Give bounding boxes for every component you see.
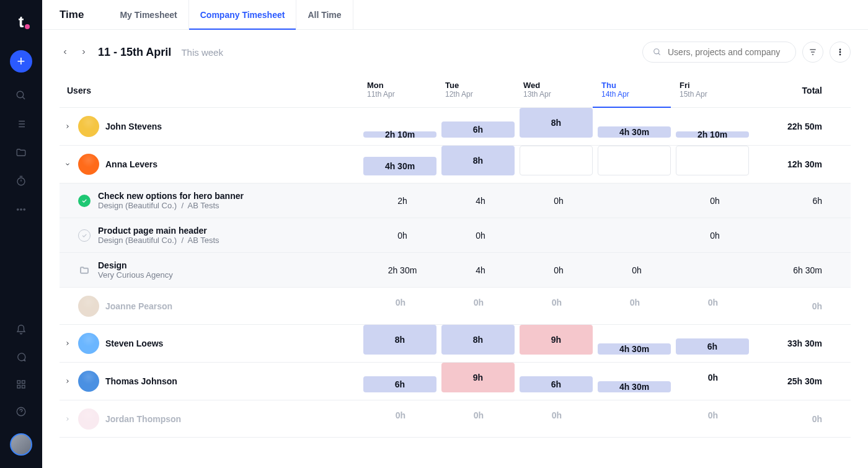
day-header-fri: Fri15th Apr [676, 81, 754, 99]
user-avatar [78, 116, 99, 137]
expand-chevron[interactable] [63, 122, 72, 131]
user-row: Steven Loews8h8h9h4h 30m6h33h 30m [60, 325, 851, 363]
row-total: 12h 30m [754, 146, 828, 183]
time-cell[interactable]: 6h [520, 363, 598, 400]
expand-chevron[interactable] [63, 160, 72, 169]
time-cell: 0h [598, 288, 676, 324]
done-icon[interactable] [78, 195, 91, 207]
time-cell[interactable]: 4h 30m [598, 325, 676, 362]
time-value-cell: 0h [363, 218, 441, 252]
time-cell[interactable]: 0h [676, 363, 754, 400]
time-cell[interactable]: 6h [441, 108, 520, 145]
time-value-cell [676, 253, 754, 287]
user-row: Anna Levers4h 30m8h12h 30m [60, 146, 851, 183]
menu-button[interactable] [830, 42, 851, 63]
time-value-cell: 0h [676, 218, 754, 252]
search-input-container[interactable] [642, 42, 796, 63]
more-icon[interactable] [16, 204, 27, 215]
chat-icon[interactable] [16, 351, 27, 363]
user-name: Steven Loews [105, 338, 163, 348]
time-cell[interactable]: 9h [441, 363, 520, 400]
my-avatar[interactable] [10, 433, 32, 456]
time-cell[interactable]: 4h 30m [598, 108, 676, 145]
bell-icon[interactable] [16, 324, 27, 335]
row-total: 0h [754, 400, 828, 437]
time-cell[interactable]: 6h [676, 325, 754, 362]
day-header-wed: Wed13th Apr [520, 81, 598, 99]
time-cell[interactable]: 6h [363, 363, 441, 400]
filter-button[interactable] [802, 42, 823, 63]
pending-icon[interactable] [78, 229, 91, 242]
tabs: My TimesheetCompany TimesheetAll Time [108, 0, 353, 29]
folder-icon[interactable] [78, 264, 91, 276]
user-name: Anna Levers [105, 159, 157, 169]
timer-icon[interactable] [16, 175, 27, 187]
tab-my-timesheet[interactable]: My Timesheet [108, 0, 188, 29]
svg-point-13 [839, 54, 841, 55]
time-cell: 0h [441, 288, 520, 324]
user-avatar [78, 296, 99, 317]
user-row: Jordan Thompson0h0h0h0h0h [60, 400, 851, 438]
task-total: 6h 30m [754, 253, 828, 287]
topbar: Time My TimesheetCompany TimesheetAll Ti… [42, 0, 868, 30]
user-row: Thomas Johnson6h9h6h4h 30m0h25h 30m [60, 363, 851, 400]
tab-company-timesheet[interactable]: Company Timesheet [189, 0, 297, 29]
day-header-tue: Tue12th Apr [441, 81, 520, 99]
help-icon[interactable] [16, 406, 27, 417]
time-cell[interactable]: 8h [363, 325, 441, 362]
user-avatar [78, 408, 99, 430]
user-name: Thomas Johnson [105, 376, 177, 386]
row-total: 25h 30m [754, 363, 828, 400]
time-value-cell: 4h [441, 253, 520, 287]
expand-chevron[interactable] [63, 377, 72, 386]
time-cell[interactable]: 9h [520, 325, 598, 362]
time-cell[interactable] [520, 146, 598, 183]
time-cell[interactable]: 4h 30m [363, 146, 441, 183]
time-cell[interactable]: 2h 10m [363, 108, 441, 145]
next-week-button[interactable] [78, 46, 89, 58]
user-name: Jordan Thompson [105, 414, 181, 424]
search-icon[interactable] [16, 90, 27, 101]
user-avatar [78, 371, 99, 392]
tab-all-time[interactable]: All Time [296, 0, 353, 29]
time-cell[interactable]: 2h 10m [676, 108, 754, 145]
time-cell[interactable]: 4h 30m [598, 363, 676, 400]
svg-point-3 [20, 209, 22, 210]
apps-icon[interactable] [16, 379, 27, 390]
time-cell: 0h [441, 400, 520, 437]
add-button[interactable]: + [10, 50, 32, 73]
list-icon[interactable] [16, 118, 27, 130]
search-input[interactable] [668, 47, 786, 57]
day-header-thu: Thu14th Apr [598, 81, 676, 99]
user-avatar [78, 333, 99, 354]
total-column-header: Total [754, 81, 828, 95]
user-row: Joanne Pearson0h0h0h0h0h0h [60, 288, 851, 325]
svg-point-12 [839, 51, 841, 53]
prev-week-button[interactable] [60, 46, 71, 58]
svg-point-11 [839, 49, 841, 50]
time-value-cell: 0h [598, 253, 676, 287]
time-cell: 0h [520, 400, 598, 437]
task-row: DesignVery Curious Agency2h 30m4h0h0h6h … [60, 253, 851, 288]
row-total: 33h 30m [754, 325, 828, 362]
time-cell[interactable]: 8h [441, 325, 520, 362]
time-cell[interactable]: 8h [520, 108, 598, 145]
this-week-label: This week [181, 47, 223, 58]
folder-icon[interactable] [16, 147, 27, 158]
task-subtitle: Design (Beautiful Co.) / AB Tests [98, 201, 244, 210]
time-cell[interactable] [598, 146, 676, 183]
time-cell: 0h [363, 288, 441, 324]
time-value-cell: 2h [363, 183, 441, 218]
time-cell[interactable] [676, 146, 754, 183]
expand-chevron[interactable] [63, 339, 72, 348]
user-avatar [78, 154, 99, 175]
time-cell: 0h [676, 288, 754, 324]
user-name: John Stevens [105, 121, 162, 131]
task-total [754, 218, 828, 252]
logo[interactable]: t [19, 12, 24, 32]
timesheet-table: Users Mon11th AprTue12th AprWed13th AprT… [42, 74, 868, 438]
task-total: 6h [754, 183, 828, 218]
time-cell[interactable]: 8h [441, 146, 520, 183]
expand-chevron[interactable] [63, 415, 72, 423]
time-cell: 0h [520, 288, 598, 324]
